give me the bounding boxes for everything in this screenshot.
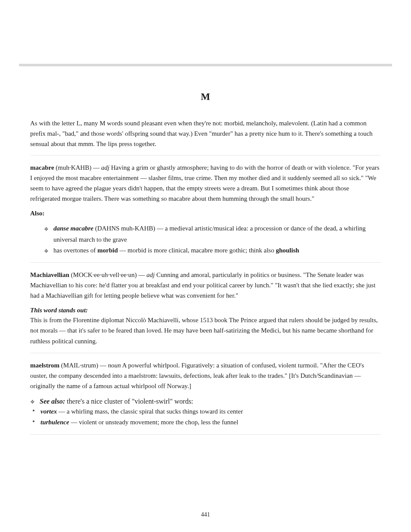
also-heading: Also: [30,210,381,217]
chapter-title: M [19,91,392,103]
diamond-icon: ❖ [44,247,49,255]
intro-paragraph: As with the letter L, many M words sound… [30,118,381,149]
headword: Machiavellian [30,271,69,278]
see-rest: — violent or unsteady movement; more the… [69,419,238,426]
romanization: (muh·KAHB) [56,164,91,171]
entry: maelstrom (MAIL·strum) — noun A powerful… [30,360,381,428]
synonym: morbid [97,247,118,254]
entry: Machiavellian (MOCK·ee·uh·vell·ee·un) — … [30,270,381,347]
bullet-icon [33,420,38,422]
page-number: 441 [0,511,411,518]
romanization: (MOCK·ee·uh·vell·ee·un) [71,271,137,278]
part-of-speech: adj [101,164,109,171]
also-item: ❖ has overtones of morbid — morbid is mo… [30,245,381,256]
headword: macabre [30,164,54,171]
see-also-list: vortex — a whirling mass, the classic sp… [30,406,381,428]
also-item: ❖ danse macabre (DAHNS muh-KAHB) — a med… [30,223,381,245]
entry-separator [30,434,381,435]
part-of-speech: noun [108,362,121,369]
see-also-rest: there's a nice cluster of "violent-swirl… [67,398,193,405]
headword: maelstrom [30,362,59,369]
see-word: turbulence [40,419,69,426]
entry: macabre (muh·KAHB) — adj Having a grim o… [30,162,381,256]
see-word: vortex [40,408,57,415]
top-rule [19,64,392,66]
see-also-item: vortex — a whirling mass, the classic sp… [30,406,381,417]
synonym: ghoulish [276,247,299,254]
see-also-item: turbulence — violent or unsteady movemen… [30,417,381,428]
see-rest: — a whirling mass, the classic spiral th… [57,408,243,415]
entry-headline: Machiavellian (MOCK·ee·uh·vell·ee·un) — … [30,271,156,278]
diamond-icon: ❖ [30,399,35,405]
entry-separator [30,353,381,353]
entry-headline: maelstrom (MAIL·strum) — noun [30,362,122,369]
see-also-lead: See also: [40,398,67,405]
part-of-speech: adj [146,271,155,278]
idiom-term: danse macabre [53,225,93,232]
syn-prefix: has overtones of [53,247,97,254]
see-also-heading: ❖ See also: there's a nice cluster of "v… [30,397,381,405]
entry-headline: macabre (muh·KAHB) — adj [30,164,111,171]
diamond-icon: ❖ [44,225,49,233]
syn-mid: — morbid is more clinical, macabre more … [118,247,276,254]
idiom-rest: (DAHNS muh-KAHB) — a medieval artistic/m… [53,225,366,243]
entry-separator [30,155,381,156]
bullet-icon [33,410,38,411]
standouts-heading: This word stands out: [30,307,381,314]
entry-separator [30,262,381,263]
standouts-body: This is from the Florentine diplomat Nic… [30,315,381,347]
also-list: ❖ danse macabre (DAHNS muh-KAHB) — a med… [30,223,381,256]
romanization: (MAIL·strum) [61,362,98,369]
